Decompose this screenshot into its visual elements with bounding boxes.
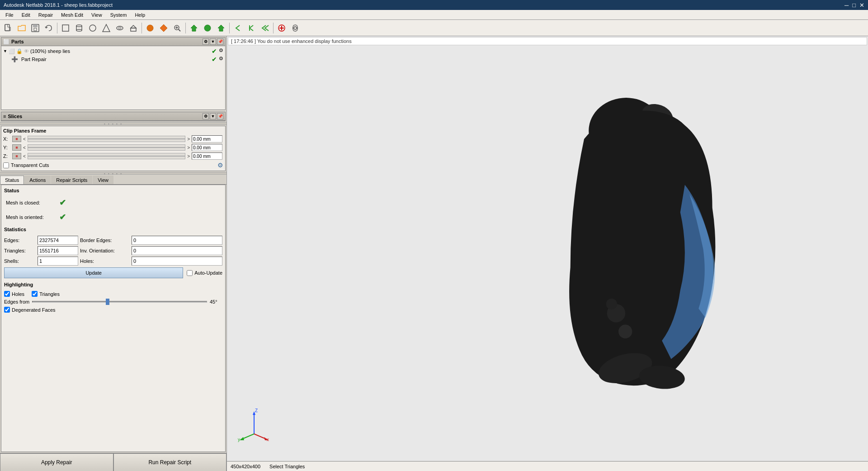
toolbar-nav-3[interactable] bbox=[215, 22, 227, 34]
clip-arrow-left-z[interactable]: < bbox=[23, 154, 26, 159]
toolbar-circle[interactable] bbox=[144, 22, 156, 34]
mesh-oriented-row: Mesh is oriented: ✔ bbox=[4, 211, 222, 223]
window-controls[interactable]: ─ □ ✕ bbox=[844, 2, 864, 9]
clip-value-z[interactable] bbox=[192, 152, 222, 160]
toolbar-back-1[interactable] bbox=[231, 22, 244, 34]
tab-status[interactable]: Status bbox=[0, 176, 24, 184]
clip-slider-z[interactable] bbox=[28, 153, 185, 159]
triangles-value[interactable] bbox=[38, 246, 78, 255]
toolbar-undo[interactable] bbox=[42, 22, 55, 34]
inv-orientation-value[interactable] bbox=[132, 246, 222, 255]
parts-expand-btn[interactable]: ▼ bbox=[210, 38, 216, 45]
toolbar-new[interactable] bbox=[2, 22, 14, 34]
toolbar-back-3[interactable] bbox=[259, 22, 271, 34]
edges-from-slider[interactable] bbox=[32, 299, 207, 305]
tree-expand-icon[interactable]: ▼ bbox=[3, 49, 7, 53]
degenerated-faces-checkbox[interactable] bbox=[4, 307, 10, 313]
toolbar-back-2[interactable] bbox=[245, 22, 258, 34]
edges-from-value: 45° bbox=[210, 299, 222, 304]
tree-settings-icon[interactable]: ⚙ bbox=[219, 48, 223, 55]
menu-help[interactable]: Help bbox=[131, 11, 149, 19]
degenerated-faces-label[interactable]: Degenerated Faces bbox=[4, 307, 222, 313]
triangles-check-label[interactable]: Triangles bbox=[32, 291, 60, 297]
toolbar-extrude[interactable] bbox=[127, 22, 140, 34]
toolbar-open[interactable] bbox=[15, 22, 28, 34]
minimize-button[interactable]: ─ bbox=[844, 2, 849, 9]
toolbar-nav-2[interactable] bbox=[201, 22, 214, 34]
triangles-checkbox[interactable] bbox=[32, 291, 38, 297]
model-3d bbox=[227, 46, 868, 461]
maximize-button[interactable]: □ bbox=[852, 2, 856, 9]
toolbar-cone[interactable] bbox=[100, 22, 113, 34]
slices-pin-btn[interactable]: 📌 bbox=[217, 113, 223, 119]
apply-repair-button[interactable]: Apply Repair bbox=[0, 453, 113, 471]
holes-checkbox[interactable] bbox=[4, 291, 10, 297]
slices-expand-btn[interactable]: ▼ bbox=[210, 113, 216, 119]
svg-point-37 bbox=[606, 299, 617, 309]
parts-settings-btn[interactable]: ⚙ bbox=[203, 38, 209, 45]
clip-toggle-z[interactable]: ■ bbox=[12, 153, 21, 159]
slices-settings-btn[interactable]: ⚙ bbox=[203, 113, 209, 119]
tab-actions[interactable]: Actions bbox=[24, 176, 51, 184]
toolbar-nav-1[interactable] bbox=[188, 22, 200, 34]
shells-value[interactable] bbox=[38, 257, 78, 266]
inv-orientation-label: Inv. Orientation: bbox=[80, 248, 130, 253]
parts-section: ⬜ Parts ⚙ ▼ 📌 ▼ ⬜ 🔒 👁 (100%) sheep lies bbox=[1, 37, 226, 110]
toolbar-sphere[interactable] bbox=[86, 22, 99, 34]
resize-handle-1[interactable]: • • • • • bbox=[0, 122, 226, 125]
menu-view[interactable]: View bbox=[88, 11, 106, 19]
clip-value-y[interactable] bbox=[192, 144, 222, 151]
toolbar-cylinder[interactable] bbox=[73, 22, 85, 34]
clip-settings-icon[interactable]: ⚙ bbox=[217, 162, 223, 169]
toolbar-sep-4 bbox=[229, 23, 230, 33]
clip-value-x[interactable] bbox=[192, 135, 222, 143]
close-button[interactable]: ✕ bbox=[859, 2, 864, 9]
clip-slider-y[interactable] bbox=[28, 144, 185, 151]
toolbar-diamond[interactable] bbox=[157, 22, 170, 34]
tab-bar: Status Actions Repair Scripts View bbox=[0, 175, 226, 185]
clip-toggle-y[interactable]: ■ bbox=[12, 144, 21, 151]
clip-arrow-right-y[interactable]: > bbox=[187, 145, 190, 150]
toolbar-sep-1 bbox=[57, 23, 57, 33]
auto-update-checkbox[interactable] bbox=[187, 270, 193, 276]
menu-file[interactable]: File bbox=[2, 11, 17, 19]
toolbar-add[interactable] bbox=[275, 22, 288, 34]
info-text: [ 17:26:46 ] You do not use enhanced dis… bbox=[231, 38, 352, 44]
tab-content-status: Status Mesh is closed: ✔ Mesh is oriente… bbox=[1, 185, 226, 452]
left-panel: ⬜ Parts ⚙ ▼ 📌 ▼ ⬜ 🔒 👁 (100%) sheep lies bbox=[0, 36, 227, 471]
svg-rect-4 bbox=[34, 28, 37, 31]
tab-view[interactable]: View bbox=[93, 176, 113, 184]
clip-arrow-right-z[interactable]: > bbox=[187, 154, 190, 159]
menu-system[interactable]: System bbox=[107, 11, 131, 19]
canvas-area[interactable]: Z y x bbox=[227, 46, 868, 461]
clip-arrow-left-x[interactable]: < bbox=[23, 137, 26, 142]
toolbar-zoom[interactable] bbox=[171, 22, 184, 34]
toolbar-settings[interactable] bbox=[289, 22, 302, 34]
clip-arrow-left-y[interactable]: < bbox=[23, 145, 26, 150]
holes-check-label[interactable]: Holes bbox=[4, 291, 24, 297]
svg-line-19 bbox=[179, 29, 180, 31]
menu-edit[interactable]: Edit bbox=[18, 11, 34, 19]
parts-tree: ▼ ⬜ 🔒 👁 (100%) sheep lies ✔ ⚙ ➕ Part Rep… bbox=[1, 46, 225, 109]
tab-repair-scripts[interactable]: Repair Scripts bbox=[51, 176, 92, 184]
clip-slider-x[interactable] bbox=[28, 136, 185, 142]
clip-arrow-right-x[interactable]: > bbox=[187, 137, 190, 142]
edges-value[interactable] bbox=[38, 236, 78, 245]
update-button[interactable]: Update bbox=[4, 267, 183, 278]
auto-update-check: Auto-Update bbox=[187, 270, 222, 276]
toolbar-save[interactable] bbox=[29, 22, 42, 34]
toolbar-torus[interactable] bbox=[113, 22, 126, 34]
run-repair-script-button[interactable]: Run Repair Script bbox=[113, 453, 227, 471]
toolbar-box[interactable] bbox=[59, 22, 72, 34]
holes-value[interactable] bbox=[132, 257, 222, 266]
tree-repair-settings[interactable]: ⚙ bbox=[219, 56, 223, 63]
tree-item-sheep[interactable]: ▼ ⬜ 🔒 👁 (100%) sheep lies ✔ ⚙ bbox=[2, 47, 224, 55]
parts-pin-btn[interactable]: 📌 bbox=[217, 38, 223, 45]
tree-item-repair[interactable]: ➕ Part Repair ✔ ⚙ bbox=[2, 55, 224, 63]
border-edges-value[interactable] bbox=[132, 236, 222, 245]
clip-toggle-x[interactable]: ■ bbox=[12, 136, 21, 142]
menu-repair[interactable]: Repair bbox=[35, 11, 57, 19]
info-bar: [ 17:26:46 ] You do not use enhanced dis… bbox=[228, 37, 867, 45]
menu-mesh-edit[interactable]: Mesh Edit bbox=[57, 11, 87, 19]
transparent-cuts-checkbox[interactable] bbox=[3, 162, 9, 168]
